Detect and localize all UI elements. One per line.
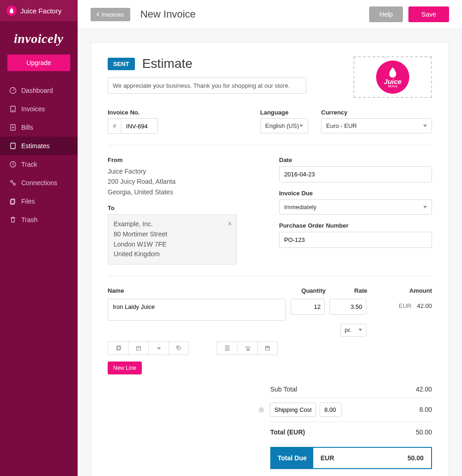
tag-icon	[176, 345, 182, 351]
files-icon	[9, 198, 17, 205]
app-logo: invoicely	[0, 21, 78, 54]
cart-icon	[244, 345, 251, 351]
connections-icon	[9, 179, 17, 187]
help-button[interactable]: Help	[369, 6, 403, 22]
back-button[interactable]: Invoices	[91, 8, 130, 21]
svg-rect-11	[136, 346, 140, 350]
total-due-amount: 50.00	[407, 454, 424, 462]
calendar-icon	[135, 345, 142, 351]
sidebar: Juice Factory invoicely Upgrade Dashboar…	[0, 0, 78, 476]
col-amount-label: Amount	[371, 287, 432, 294]
date-input[interactable]	[279, 166, 432, 182]
topbar: Invoices New Invoice Help Save	[78, 0, 462, 29]
receipt-icon	[224, 345, 231, 351]
total-label: Total (EUR)	[270, 428, 416, 436]
box-icon	[264, 345, 271, 351]
from-street: 200 Juicy Road, Atlanta	[108, 176, 261, 187]
tag-button[interactable]	[169, 341, 189, 355]
clock-icon	[9, 161, 17, 168]
total-due-label: Total Due	[271, 448, 313, 468]
nav-list: Dashboard Invoices Bills Estimates Track…	[0, 81, 78, 229]
po-input[interactable]	[279, 232, 432, 248]
save-button[interactable]: Save	[408, 6, 449, 22]
nav-files[interactable]: Files	[0, 192, 78, 211]
nav-trash[interactable]: Trash	[0, 211, 78, 229]
unit-select[interactable]: pc	[340, 324, 366, 337]
currency-value: Euro - EUR	[326, 122, 357, 129]
svg-point-15	[248, 349, 249, 350]
item-name-input[interactable]: Iron Laidy Juice	[108, 299, 286, 321]
calendar-button[interactable]	[128, 341, 148, 355]
upgrade-button[interactable]: Upgrade	[7, 54, 70, 71]
shipping-amount-input[interactable]	[320, 403, 342, 417]
col-qty-label: Quantity	[291, 287, 329, 294]
due-value: Immediately	[284, 204, 316, 211]
chevron-left-icon	[96, 12, 100, 17]
document-icon	[9, 142, 17, 150]
chevron-down-icon	[423, 206, 427, 208]
total-due-currency: EUR	[321, 454, 334, 462]
doc-type-title: Estimate	[142, 56, 193, 71]
to-city: London W1W 7FE	[114, 240, 231, 250]
svg-point-5	[11, 181, 12, 182]
nav-bills[interactable]: Bills	[0, 118, 78, 137]
po-label: Purchase Order Number	[279, 222, 432, 229]
amount-value: 42.00	[417, 302, 432, 309]
shipping-name-input[interactable]	[270, 403, 316, 417]
line-action-toolbar	[108, 341, 432, 355]
brand-bar: Juice Factory	[0, 0, 78, 21]
to-label: To	[108, 205, 261, 211]
cart-button[interactable]	[237, 341, 257, 355]
language-label: Language	[260, 109, 308, 116]
item-qty-input[interactable]	[291, 299, 325, 315]
gauge-icon	[9, 87, 17, 94]
logo-upload-box[interactable]: Juice factory	[353, 56, 432, 98]
from-label: From	[108, 157, 261, 163]
svg-point-6	[13, 183, 15, 185]
receipt-button[interactable]	[217, 341, 237, 355]
hash-prefix: #	[108, 118, 121, 134]
invoice-no-input[interactable]	[121, 118, 158, 134]
chevron-down-icon	[423, 125, 427, 127]
to-name: Example, Inc.	[114, 219, 231, 229]
trash-icon	[9, 216, 17, 223]
invoice-card: SENT Estimate Juice factory	[91, 42, 449, 476]
main: Invoices New Invoice Help Save SENT Esti…	[78, 0, 462, 476]
close-icon[interactable]: ×	[228, 218, 232, 230]
new-line-button[interactable]: New Line	[108, 362, 142, 374]
col-rate-label: Rate	[329, 287, 371, 294]
message-input[interactable]	[108, 78, 306, 94]
nav-estimates[interactable]: Estimates	[0, 137, 78, 155]
from-region: Georgia, United States	[108, 187, 261, 197]
to-country: United Kingdom	[114, 249, 231, 259]
from-address: Juice Factory 200 Juicy Road, Atlanta Ge…	[108, 166, 261, 197]
nav-connections[interactable]: Connections	[0, 174, 78, 192]
nav-label: Invoices	[21, 105, 45, 113]
to-street: 80 Mortimer Street	[114, 229, 231, 240]
divider	[108, 276, 432, 276]
copy-button[interactable]	[108, 341, 128, 355]
totals-table: Sub Total 42.00 ⊗ 8.00 Total (EUR)	[270, 381, 432, 469]
nav-invoices[interactable]: Invoices	[0, 100, 78, 118]
nav-label: Files	[21, 198, 35, 205]
back-label: Invoices	[102, 11, 124, 18]
invoice-due-select[interactable]: Immediately	[279, 199, 432, 215]
nav-label: Trash	[21, 216, 37, 223]
to-address-box[interactable]: × Example, Inc. 80 Mortimer Street Londo…	[108, 214, 237, 265]
link-icon	[156, 345, 162, 351]
chevron-down-icon	[299, 125, 303, 127]
box-button[interactable]	[257, 341, 278, 355]
unit-value: pc	[345, 327, 351, 333]
remove-shipping-icon[interactable]: ⊗	[258, 405, 264, 414]
svg-point-14	[247, 349, 248, 350]
language-select[interactable]: English (US)	[260, 118, 308, 133]
nav-track[interactable]: Track	[0, 155, 78, 174]
nav-dashboard[interactable]: Dashboard	[0, 81, 78, 100]
currency-select[interactable]: Euro - EUR	[321, 118, 432, 133]
due-label: Invoice Due	[279, 190, 432, 197]
svg-rect-16	[266, 347, 270, 350]
date-label: Date	[279, 157, 432, 163]
item-rate-input[interactable]	[329, 299, 366, 315]
link-button[interactable]	[148, 341, 169, 355]
col-name-label: Name	[108, 287, 291, 294]
